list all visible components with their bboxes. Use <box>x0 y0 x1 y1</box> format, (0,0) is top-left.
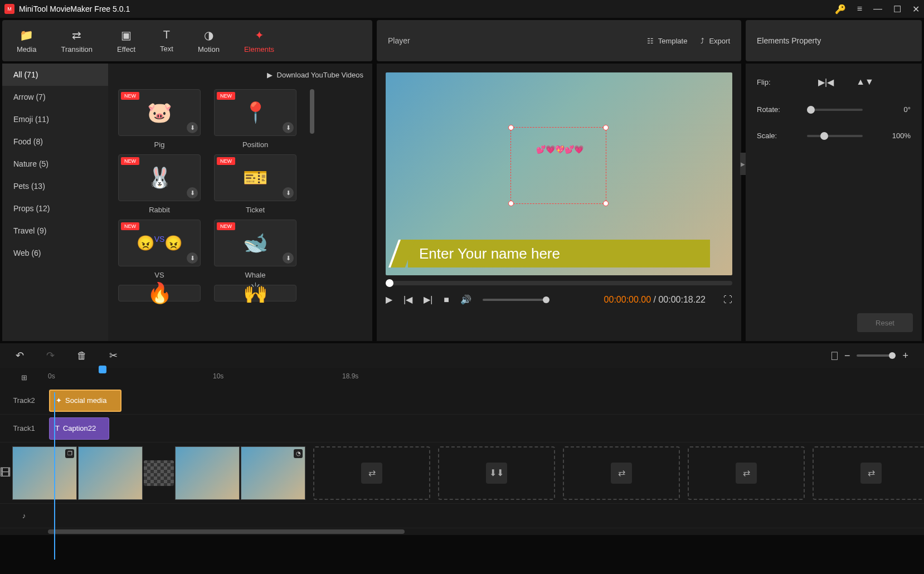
video-clip-2b[interactable]: ◔ <box>241 446 305 500</box>
drop-slot-2[interactable]: ⬇ <box>438 446 555 500</box>
element-whale[interactable]: 🐋NEW⬇ Whale <box>214 220 296 279</box>
tab-text[interactable]: TText <box>148 25 186 57</box>
video-track[interactable]: 🎞 ❐ ◔ ⇄ ⬇ ⇄ ⇄ ⇄ <box>0 442 924 504</box>
tab-effect[interactable]: ▣Effect <box>105 25 148 57</box>
export-button[interactable]: ⤴Export <box>701 37 730 45</box>
category-nature[interactable]: Nature (5) <box>2 153 108 175</box>
volume-icon[interactable]: 🔊 <box>460 294 471 305</box>
category-arrow[interactable]: Arrow (7) <box>2 86 108 108</box>
seek-bar[interactable] <box>386 281 732 285</box>
reset-button[interactable]: Reset <box>857 313 913 332</box>
download-icon[interactable]: ⬇ <box>187 187 198 198</box>
drop-slot-4[interactable]: ⇄ <box>688 446 805 500</box>
video-clip-1b[interactable] <box>78 446 143 500</box>
add-track-button[interactable]: ⊞ <box>0 368 48 387</box>
category-props[interactable]: Props (12) <box>2 197 108 220</box>
scrollbar[interactable] <box>310 89 314 134</box>
tab-elements[interactable]: ✦Elements <box>232 25 286 57</box>
new-badge: NEW <box>217 92 235 100</box>
zoom-slider[interactable] <box>857 354 896 357</box>
app-logo-icon: M <box>4 4 14 14</box>
menu-icon[interactable]: ≡ <box>857 4 862 14</box>
collapse-properties-button[interactable]: ▶ <box>740 153 746 175</box>
clip-caption22[interactable]: T Caption22 <box>49 417 109 440</box>
template-button[interactable]: ☷Template <box>647 37 688 45</box>
player-area: 💕💗💖💕💗 Enter Your name here ▶ |◀ ▶| ■ 🔊 0… <box>377 64 741 341</box>
element-pig[interactable]: 🐷NEW⬇ Pig <box>118 89 201 149</box>
download-icon[interactable]: ⬇ <box>187 122 198 133</box>
split-button[interactable]: ✂ <box>109 349 118 362</box>
tab-media[interactable]: 📁Media <box>4 25 48 57</box>
track-1[interactable]: Track1 T Caption22 <box>0 415 924 442</box>
volume-slider[interactable] <box>483 299 549 301</box>
play-button[interactable]: ▶ <box>386 294 392 305</box>
prev-frame-button[interactable]: |◀ <box>403 294 412 305</box>
swap-icon: ⇄ <box>361 463 382 484</box>
zoom-in-button[interactable]: + <box>902 350 908 362</box>
download-slot-icon: ⬇ <box>486 463 507 484</box>
fullscreen-button[interactable]: ⛶ <box>723 295 732 305</box>
app-title: MiniTool MovieMaker Free 5.0.1 <box>19 4 835 13</box>
tab-transition[interactable]: ⇄Transition <box>48 25 105 57</box>
category-emoji[interactable]: Emoji (11) <box>2 108 108 130</box>
flip-vertical-button[interactable]: ▲▼ <box>856 77 874 87</box>
drop-slot-1[interactable]: ⇄ <box>313 446 430 500</box>
ruler-tick: 0s <box>48 372 55 380</box>
export-icon: ⤴ <box>701 37 704 45</box>
element-fire[interactable]: 🔥 <box>118 285 201 301</box>
video-clip-2[interactable] <box>175 446 240 500</box>
element-vs[interactable]: 😠VS😠NEW⬇ VS <box>118 220 201 279</box>
stack-icon: ☷ <box>647 37 654 45</box>
element-hands[interactable]: 🙌 <box>214 285 296 301</box>
audio-track[interactable]: ♪ <box>0 504 924 528</box>
download-icon[interactable]: ⬇ <box>283 252 294 264</box>
flip-horizontal-button[interactable]: ▶|◀ <box>818 77 834 87</box>
video-preview[interactable]: 💕💗💖💕💗 Enter Your name here <box>386 72 732 275</box>
clip-social-media[interactable]: ✦ Social media <box>49 390 121 412</box>
download-icon[interactable]: ⬇ <box>187 252 198 264</box>
element-ticket[interactable]: 🎫NEW⬇ Ticket <box>214 154 296 214</box>
element-rabbit[interactable]: 🐰NEW⬇ Rabbit <box>118 154 201 214</box>
category-food[interactable]: Food (8) <box>2 130 108 153</box>
caption-overlay[interactable]: Enter Your name here <box>408 240 710 267</box>
category-web[interactable]: Web (6) <box>2 242 108 264</box>
ruler-tick: 18.9s <box>342 372 358 380</box>
stop-button[interactable]: ■ <box>444 295 449 305</box>
volume-handle[interactable] <box>543 296 549 303</box>
drop-slot-3[interactable]: ⇄ <box>563 446 680 500</box>
category-travel[interactable]: Travel (9) <box>2 220 108 242</box>
selection-box[interactable] <box>510 127 606 204</box>
element-position[interactable]: 📍NEW⬇ Position <box>214 89 296 149</box>
download-icon[interactable]: ⬇ <box>283 122 294 133</box>
horizontal-scrollbar[interactable] <box>0 528 924 535</box>
time-ruler[interactable]: 0s 10s 18.9s <box>48 368 924 387</box>
category-pets[interactable]: Pets (13) <box>2 175 108 197</box>
close-button[interactable]: ✕ <box>912 4 920 14</box>
new-badge: NEW <box>121 157 139 165</box>
key-icon[interactable]: 🔑 <box>835 4 846 14</box>
download-icon[interactable]: ⬇ <box>283 187 294 198</box>
new-badge: NEW <box>217 222 235 230</box>
next-frame-button[interactable]: ▶| <box>424 294 432 305</box>
redo-button[interactable]: ↷ <box>46 349 55 362</box>
scale-slider[interactable] <box>807 135 863 137</box>
circle-icon: ◔ <box>294 449 303 458</box>
track-2[interactable]: Track2 ✦ Social media <box>0 387 924 415</box>
video-clip-1[interactable]: ❐ <box>12 446 77 500</box>
sparkle-icon: ✦ <box>56 396 62 405</box>
transition-block[interactable] <box>144 460 174 486</box>
drop-slot-5[interactable]: ⇄ <box>813 446 924 500</box>
category-all[interactable]: All (71) <box>2 64 108 86</box>
tab-motion[interactable]: ◑Motion <box>186 25 232 57</box>
fit-zoom-button[interactable]: ⎕ <box>831 350 838 362</box>
maximize-button[interactable]: ☐ <box>893 4 901 14</box>
undo-button[interactable]: ↶ <box>16 349 24 362</box>
delete-button[interactable]: 🗑 <box>77 350 87 362</box>
playhead[interactable] <box>99 366 106 373</box>
seek-handle[interactable] <box>386 279 393 287</box>
text-icon: T <box>163 28 170 41</box>
zoom-out-button[interactable]: − <box>844 350 850 362</box>
rotate-slider[interactable] <box>807 109 863 111</box>
minimize-button[interactable]: — <box>873 4 882 14</box>
download-youtube-link[interactable]: ▶ Download YouTube Videos <box>108 64 372 86</box>
